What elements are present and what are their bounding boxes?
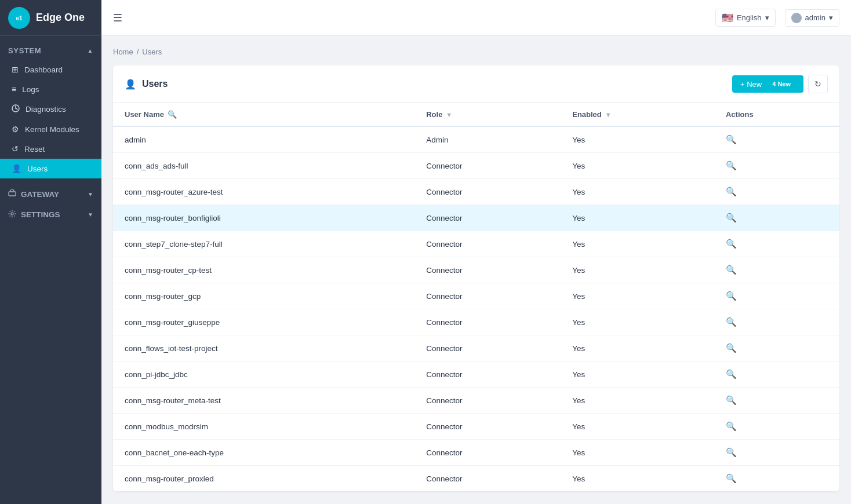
breadcrumb: Home / Users	[113, 48, 839, 56]
cell-enabled: Yes	[561, 179, 714, 205]
cell-username: conn_bacnet_one-each-type	[113, 440, 414, 466]
cell-actions: 🔍	[714, 466, 839, 492]
content-area: Home / Users 👤 Users + New 4 New ↻	[101, 36, 851, 504]
admin-menu[interactable]: admin ▾	[785, 9, 839, 27]
table-row[interactable]: conn_msg-router_bonfiglioliConnectorYes🔍	[113, 205, 839, 231]
sidebar-item-logs[interactable]: ≡ Logs	[0, 79, 101, 99]
cell-username: conn_step7_clone-step7-full	[113, 231, 414, 257]
breadcrumb-home[interactable]: Home	[113, 48, 133, 56]
table-row[interactable]: conn_ads_ads-fullConnectorYes🔍	[113, 153, 839, 179]
view-user-icon[interactable]: 🔍	[726, 213, 737, 222]
cell-enabled: Yes	[561, 388, 714, 414]
enabled-filter-icon[interactable]: ▼	[605, 111, 612, 118]
table-row[interactable]: conn_msg-router_giuseppeConnectorYes🔍	[113, 309, 839, 335]
view-user-icon[interactable]: 🔍	[726, 291, 737, 301]
view-user-icon[interactable]: 🔍	[726, 395, 737, 405]
topbar-right: 🇺🇸 English ▾ admin ▾	[715, 9, 839, 27]
view-user-icon[interactable]: 🔍	[726, 447, 737, 457]
refresh-button[interactable]: ↻	[808, 75, 828, 93]
cell-username: conn_msg-router_proxied	[113, 466, 414, 492]
cell-enabled: Yes	[561, 335, 714, 361]
view-user-icon[interactable]: 🔍	[726, 369, 737, 379]
system-label: SYSTEM	[8, 46, 41, 55]
users-card: 👤 Users + New 4 New ↻	[113, 65, 839, 491]
svg-point-3	[11, 213, 13, 215]
cell-actions: 🔍	[714, 388, 839, 414]
flag-icon: 🇺🇸	[722, 12, 733, 23]
table-row[interactable]: adminAdminYes🔍	[113, 126, 839, 153]
admin-label: admin	[805, 13, 825, 22]
gateway-section-header[interactable]: GATEWAY ▼	[0, 184, 101, 204]
view-user-icon[interactable]: 🔍	[726, 239, 737, 249]
cell-username: conn_ads_ads-full	[113, 153, 414, 179]
cell-enabled: Yes	[561, 414, 714, 440]
table-row[interactable]: conn_msg-router_cp-testConnectorYes🔍	[113, 257, 839, 283]
sidebar-item-diagnostics[interactable]: Diagnostics	[0, 99, 101, 119]
sidebar-item-label: Dashboard	[24, 65, 63, 74]
kernel-icon: ⚙	[12, 125, 19, 134]
topbar: ☰ 🇺🇸 English ▾ admin ▾	[101, 0, 851, 36]
sidebar: e1 Edge One SYSTEM ▲ ⊞ Dashboard ≡ Logs …	[0, 0, 101, 504]
table-row[interactable]: conn_msg-router_azure-testConnectorYes🔍	[113, 179, 839, 205]
view-user-icon[interactable]: 🔍	[726, 473, 737, 483]
username-search-icon[interactable]: 🔍	[168, 110, 177, 119]
card-header: 👤 Users + New 4 New ↻	[113, 65, 839, 103]
cell-role: Connector	[414, 257, 561, 283]
view-user-icon[interactable]: 🔍	[726, 187, 737, 196]
sidebar-item-label: Reset	[24, 145, 45, 154]
hamburger-icon[interactable]: ☰	[113, 12, 122, 24]
view-user-icon[interactable]: 🔍	[726, 421, 737, 431]
table-row[interactable]: conn_msg-router_gcpConnectorYes🔍	[113, 283, 839, 309]
users-table: User Name 🔍 Role ▼	[113, 103, 839, 491]
cell-role: Connector	[414, 231, 561, 257]
language-selector[interactable]: 🇺🇸 English ▾	[715, 9, 776, 27]
table-row[interactable]: conn_step7_clone-step7-fullConnectorYes🔍	[113, 231, 839, 257]
cell-actions: 🔍	[714, 153, 839, 179]
view-user-icon[interactable]: 🔍	[726, 134, 737, 144]
admin-avatar-icon	[791, 13, 802, 23]
admin-chevron-icon: ▾	[829, 13, 833, 22]
cell-actions: 🔍	[714, 440, 839, 466]
cell-enabled: Yes	[561, 257, 714, 283]
cell-role: Connector	[414, 440, 561, 466]
settings-section-header[interactable]: SETTINGS ▼	[0, 204, 101, 225]
view-user-icon[interactable]: 🔍	[726, 343, 737, 353]
cell-username: conn_msg-router_meta-test	[113, 388, 414, 414]
sidebar-item-label: Diagnostics	[26, 105, 66, 114]
main-area: ☰ 🇺🇸 English ▾ admin ▾ Home / Users	[101, 0, 851, 504]
new-user-button[interactable]: + New 4 New	[732, 75, 803, 93]
sidebar-item-reset[interactable]: ↺ Reset	[0, 139, 101, 159]
table-row[interactable]: conn_pi-jdbc_jdbcConnectorYes🔍	[113, 361, 839, 388]
cell-role: Connector	[414, 153, 561, 179]
cell-actions: 🔍	[714, 231, 839, 257]
col-role: Role ▼	[414, 103, 561, 126]
svg-text:e1: e1	[16, 15, 23, 21]
gateway-chevron-icon: ▼	[88, 191, 93, 198]
table-row[interactable]: conn_bacnet_one-each-typeConnectorYes🔍	[113, 440, 839, 466]
col-actions-label: Actions	[726, 110, 754, 119]
cell-username: conn_msg-router_gcp	[113, 283, 414, 309]
new-badge: 4 New	[768, 79, 795, 89]
table-row[interactable]: conn_msg-router_meta-testConnectorYes🔍	[113, 388, 839, 414]
card-title: 👤 Users	[125, 79, 168, 90]
cell-actions: 🔍	[714, 414, 839, 440]
view-user-icon[interactable]: 🔍	[726, 265, 737, 275]
cell-role: Admin	[414, 126, 561, 153]
view-user-icon[interactable]: 🔍	[726, 160, 737, 170]
gateway-label: GATEWAY	[21, 190, 59, 199]
table-header: User Name 🔍 Role ▼	[113, 103, 839, 126]
sidebar-item-users[interactable]: 👤 Users	[0, 159, 101, 178]
role-filter-icon[interactable]: ▼	[446, 111, 452, 118]
view-user-icon[interactable]: 🔍	[726, 317, 737, 327]
table-row[interactable]: conn_flows_iot-test-projectConnectorYes🔍	[113, 335, 839, 361]
cell-actions: 🔍	[714, 126, 839, 153]
table-body: adminAdminYes🔍conn_ads_ads-fullConnector…	[113, 126, 839, 491]
table-row[interactable]: conn_modbus_modrsimConnectorYes🔍	[113, 414, 839, 440]
breadcrumb-separator: /	[137, 48, 139, 56]
sidebar-item-kernel-modules[interactable]: ⚙ Kernel Modules	[0, 119, 101, 139]
cell-enabled: Yes	[561, 309, 714, 335]
cell-role: Connector	[414, 335, 561, 361]
sidebar-item-dashboard[interactable]: ⊞ Dashboard	[0, 60, 101, 79]
system-section-header[interactable]: SYSTEM ▲	[0, 42, 101, 60]
table-row[interactable]: conn_msg-router_proxiedConnectorYes🔍	[113, 466, 839, 492]
